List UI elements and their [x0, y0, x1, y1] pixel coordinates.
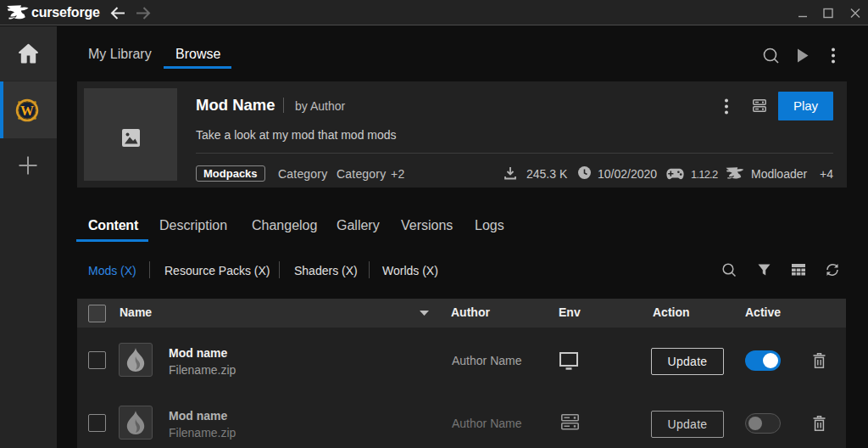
svg-text:W: W [20, 104, 34, 118]
